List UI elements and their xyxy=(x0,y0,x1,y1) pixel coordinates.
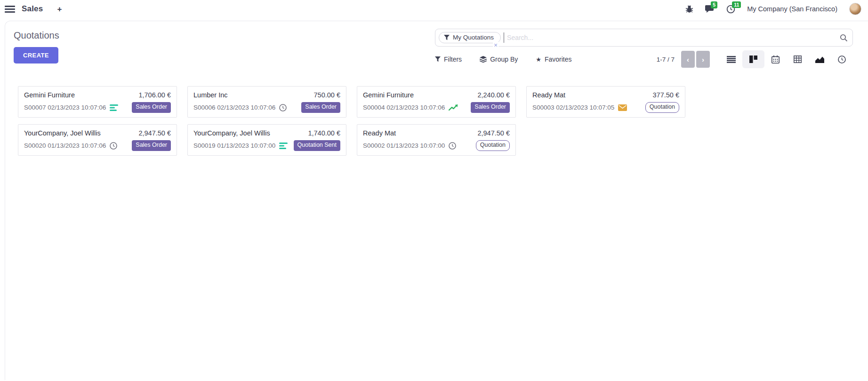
search-bar[interactable]: My Quotations × xyxy=(435,29,853,47)
apps-menu-icon[interactable] xyxy=(5,6,15,13)
page-title: Quotations xyxy=(14,30,59,41)
card-amount: 377.50 € xyxy=(653,91,679,99)
status-badge: Quotation xyxy=(645,102,679,113)
card-bottom-row: S00006 02/13/2023 10:07:06 Sales Order xyxy=(193,102,340,113)
card-amount: 2,240.00 € xyxy=(477,91,510,99)
magnifier-icon[interactable] xyxy=(840,34,848,42)
facet-label: My Quotations xyxy=(453,34,494,41)
activity-list-teal-icon[interactable] xyxy=(110,104,119,111)
kanban-view-icon xyxy=(749,56,757,63)
activity-list-teal-icon[interactable] xyxy=(279,143,288,149)
card-bottom-row: S00020 01/13/2023 10:07:06 Sales Order xyxy=(24,140,171,151)
card-top-row: Gemini Furniture 1,706.00 € xyxy=(24,91,171,99)
card-bottom-row: S00007 02/13/2023 10:07:06 Sales Order xyxy=(24,102,171,113)
user-avatar[interactable] xyxy=(849,3,861,15)
order-reference: S00002 01/13/2023 10:07:00 xyxy=(363,142,445,149)
search-input[interactable] xyxy=(504,34,840,41)
graph-view-button[interactable] xyxy=(809,50,831,68)
quotation-card[interactable]: Gemini Furniture 2,240.00 € S00004 02/13… xyxy=(357,86,516,118)
filters-button[interactable]: Filters xyxy=(435,56,462,63)
customer-name: Ready Mat xyxy=(532,91,565,99)
facet-remove-icon[interactable]: × xyxy=(493,42,498,48)
status-badge: Sales Order xyxy=(132,102,171,113)
quotation-card[interactable]: Ready Mat 377.50 € S00003 02/13/2023 10:… xyxy=(526,86,685,118)
pivot-view-icon xyxy=(794,56,802,63)
quotation-card[interactable]: Lumber Inc 750.00 € S00006 02/13/2023 10… xyxy=(187,86,346,118)
customer-name: Gemini Furniture xyxy=(24,91,75,99)
card-top-row: Lumber Inc 750.00 € xyxy=(193,91,340,99)
create-button[interactable]: CREATE xyxy=(14,47,58,64)
status-badge: Sales Order xyxy=(471,102,510,113)
activity-view-icon xyxy=(838,56,846,64)
kanban-view-button[interactable] xyxy=(742,50,764,68)
activities-clock-icon[interactable]: 11 xyxy=(726,5,735,14)
search-and-controls: My Quotations × Filters xyxy=(435,29,853,70)
filters-label: Filters xyxy=(444,56,462,63)
activity-view-button[interactable] xyxy=(831,50,853,68)
card-top-row: Gemini Furniture 2,240.00 € xyxy=(363,91,510,99)
status-badge: Quotation Sent xyxy=(294,140,340,151)
kanban-grid: Gemini Furniture 1,706.00 € S00007 02/13… xyxy=(14,86,853,156)
quotation-card[interactable]: YourCompany, Joel Willis 1,740.00 € S000… xyxy=(187,124,346,156)
quotation-card[interactable]: Gemini Furniture 1,706.00 € S00007 02/13… xyxy=(18,86,177,118)
card-bottom-row: S00002 01/13/2023 10:07:00 Quotation xyxy=(363,140,510,151)
calendar-view-icon xyxy=(772,56,780,64)
card-bottom-row: S00003 02/13/2023 10:07:05 Quotation xyxy=(532,102,679,113)
app-name[interactable]: Sales xyxy=(22,4,43,14)
order-reference: S00007 02/13/2023 10:07:06 xyxy=(24,104,106,111)
card-amount: 2,947.50 € xyxy=(138,129,171,137)
quotation-card[interactable]: YourCompany, Joel Willis 2,947.50 € S000… xyxy=(18,124,177,156)
card-bottom-row: S00019 01/13/2023 10:07:00 Quotation Sen… xyxy=(193,140,340,151)
layers-icon xyxy=(480,56,487,63)
calendar-view-button[interactable] xyxy=(764,50,787,68)
activity-clock-icon[interactable] xyxy=(449,142,456,150)
search-facet-my-quotations[interactable]: My Quotations xyxy=(439,32,501,43)
group-by-button[interactable]: Group By xyxy=(480,56,518,63)
company-switcher[interactable]: My Company (San Francisco) xyxy=(747,5,837,13)
order-reference: S00003 02/13/2023 10:07:05 xyxy=(532,104,614,111)
card-amount: 1,706.00 € xyxy=(138,91,171,99)
order-reference: S00006 02/13/2023 10:07:06 xyxy=(193,104,275,111)
topbar-right: 5 11 My Company (San Francisco) xyxy=(685,3,861,15)
activity-clock-icon[interactable] xyxy=(279,104,287,111)
filter-funnel-icon xyxy=(435,56,441,62)
card-top-row: Ready Mat 2,947.50 € xyxy=(363,129,510,137)
pager-and-switcher: 1-7 / 7 ‹ › xyxy=(657,50,853,68)
quotation-card[interactable]: Ready Mat 2,947.50 € S00002 01/13/2023 1… xyxy=(357,124,516,156)
star-icon: ★ xyxy=(536,56,541,63)
pager-next-button[interactable]: › xyxy=(696,51,710,68)
group-by-label: Group By xyxy=(490,56,518,63)
control-row: Filters Group By ★ Favorites 1-7 / 7 xyxy=(435,49,853,70)
activity-chart-up-icon[interactable] xyxy=(449,104,458,111)
card-amount: 1,740.00 € xyxy=(308,129,340,137)
list-view-button[interactable] xyxy=(720,50,742,68)
card-top-row: YourCompany, Joel Willis 2,947.50 € xyxy=(24,129,171,137)
favorites-button[interactable]: ★ Favorites xyxy=(536,56,571,63)
control-panel: Quotations CREATE My Quotations xyxy=(14,29,853,70)
activity-envelope-icon[interactable] xyxy=(618,104,627,111)
order-reference: S00020 01/13/2023 10:07:06 xyxy=(24,142,106,149)
pager-previous-button[interactable]: ‹ xyxy=(681,51,695,68)
card-top-row: YourCompany, Joel Willis 1,740.00 € xyxy=(193,129,340,137)
card-amount: 750.00 € xyxy=(314,91,340,99)
activity-clock-icon[interactable] xyxy=(110,142,117,150)
view-switcher xyxy=(720,50,853,68)
messages-icon[interactable]: 5 xyxy=(705,5,715,13)
pivot-view-button[interactable] xyxy=(787,50,809,68)
status-badge: Quotation xyxy=(476,140,510,151)
card-amount: 2,947.50 € xyxy=(477,129,510,137)
favorites-label: Favorites xyxy=(545,56,572,63)
customer-name: YourCompany, Joel Willis xyxy=(24,129,101,137)
bug-icon[interactable] xyxy=(685,5,693,13)
plus-icon[interactable]: + xyxy=(57,5,62,13)
messages-count-badge: 5 xyxy=(711,1,717,8)
customer-name: Lumber Inc xyxy=(193,91,228,99)
customer-name: YourCompany, Joel Willis xyxy=(193,129,270,137)
breadcrumb-area: Quotations CREATE xyxy=(14,29,59,64)
order-reference: S00019 01/13/2023 10:07:00 xyxy=(193,142,275,149)
pager-range: 1-7 / 7 xyxy=(657,56,675,63)
top-navbar: Sales + 5 11 My Company (San Francisco) xyxy=(0,0,868,18)
status-badge: Sales Order xyxy=(301,102,340,113)
activities-count-badge: 11 xyxy=(732,1,741,8)
customer-name: Gemini Furniture xyxy=(363,91,414,99)
